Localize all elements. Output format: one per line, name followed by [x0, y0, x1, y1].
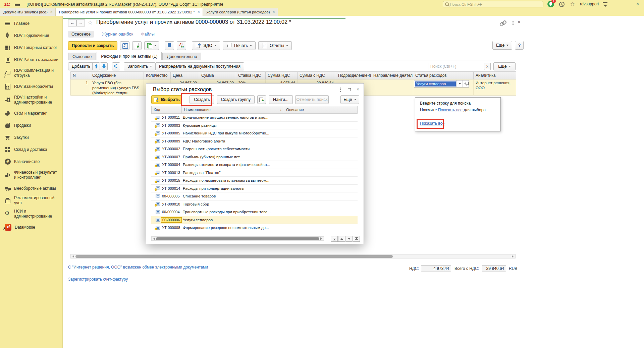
main-menu-icon[interactable] — [14, 1, 20, 7]
list-item[interactable]: 00-000004 Транспортные расходы при приоб… — [151, 208, 358, 216]
col-price[interactable]: Цена — [171, 72, 199, 79]
col-analytics[interactable]: Аналитика — [474, 72, 516, 79]
sidebar-item-fixed-assets[interactable]: Внеоборотные активы — [0, 182, 62, 194]
distribute-button[interactable]: Распределить на документы поступления — [155, 62, 244, 70]
cancel-search-button[interactable]: Отменить поиск — [295, 95, 329, 104]
history-icon[interactable] — [559, 1, 565, 7]
select-button[interactable]: Выбрать — [151, 95, 182, 104]
sidebar-item-datamobile[interactable]: DataMobile — [0, 221, 62, 233]
go-prev-row-button[interactable] — [338, 236, 345, 242]
col-department[interactable]: Подразделение-полу... — [336, 72, 371, 79]
sidebar-item-finance[interactable]: Финансовый результат и контроллинг — [0, 168, 62, 182]
list-item[interactable]: УТ-000004 Разницы стоимости возврата и ф… — [151, 161, 358, 169]
favorite-star-icon[interactable]: ☆ — [88, 19, 93, 26]
forward-button[interactable]: → — [76, 19, 85, 26]
clear-search-button[interactable]: x — [484, 63, 491, 70]
tab-close-icon[interactable]: × — [272, 10, 275, 14]
list-item[interactable]: УТ-000009 НДС Налогового агента — [151, 137, 358, 146]
sidebar-item-crm[interactable]: CRM и маркетинг — [0, 107, 62, 119]
back-button[interactable]: ← — [68, 19, 76, 26]
scrollbar-thumb[interactable] — [156, 237, 319, 240]
sidebar-item-treasury[interactable]: Казначейство — [0, 156, 62, 168]
list-item[interactable]: УТ-000003 Курсовые разницы — [151, 122, 358, 130]
global-search[interactable] — [443, 1, 543, 7]
close-form-icon[interactable]: × — [518, 19, 521, 25]
edo-button[interactable]: ЭДО — [192, 41, 220, 50]
sidebar-item-warehouse[interactable]: Склад и доставка — [0, 143, 62, 156]
navlink-error-log[interactable]: Журнал ошибок — [102, 32, 133, 37]
list-item[interactable]: УТ-000007 Прибыль (убыток) прошлых лет — [151, 153, 358, 161]
save-button[interactable] — [120, 41, 129, 50]
edo-exchange-link[interactable]: С "Интернет решения, ООО" возможен обмен… — [68, 265, 208, 270]
expense-item-combo[interactable]: Услуги селлеров — [414, 80, 469, 88]
cell-n[interactable]: 1 — [71, 79, 90, 95]
navlink-main[interactable]: Основное — [68, 31, 94, 38]
expense-item-value[interactable]: Услуги селлеров — [415, 81, 456, 86]
move-down-button[interactable] — [100, 62, 108, 70]
list-item[interactable]: 00-000005 Списание товаров — [151, 192, 358, 200]
add-row-button[interactable]: Добавить — [68, 62, 94, 70]
service-menu-icon[interactable] — [602, 1, 608, 7]
go-first-row-button[interactable] — [331, 236, 338, 242]
sidebar-item-rdv-catalog[interactable]: RDV:Товарный каталог — [0, 42, 62, 54]
sidebar-item-rdv-shipping[interactable]: RDV:Комплектация и отгрузка — [0, 66, 62, 80]
scroll-right-arrow[interactable] — [319, 237, 323, 240]
list-item-selected[interactable]: 00-000006 Услуги селлеров — [151, 216, 358, 224]
list-item[interactable]: УТ-000008 Формирование резервов по сомни… — [151, 224, 358, 232]
col-sum-with-vat[interactable]: Сумма с НДС — [298, 72, 336, 79]
current-user[interactable]: rdvsupport — [580, 2, 599, 6]
reports-button[interactable]: Отчеты — [258, 41, 292, 50]
tab-close-icon[interactable]: × — [198, 10, 200, 14]
new-group-icon-button[interactable] — [257, 95, 266, 104]
navlink-files[interactable]: Файлы — [141, 32, 155, 37]
show-all-inline-link[interactable]: Показать все — [438, 108, 463, 112]
post-and-close-button[interactable]: Провести и закрыть — [68, 41, 117, 50]
col-name[interactable]: Наименование↓ — [182, 106, 284, 113]
sidebar-item-rdv-admin[interactable]: RDV:Настройки и администрирование — [0, 93, 62, 107]
dialog-maximize-icon[interactable] — [346, 87, 352, 93]
table-more-button[interactable]: Еще — [493, 62, 516, 70]
col-vat-sum[interactable]: Сумма НДС — [266, 72, 298, 79]
find-button[interactable]: Найти... — [269, 95, 293, 104]
register-invoice-link[interactable]: Зарегистрировать счет-фактуру — [68, 277, 128, 282]
subtab-additional[interactable]: Дополнительно — [162, 53, 201, 60]
move-up-button[interactable] — [92, 62, 100, 70]
tab-close-icon[interactable]: × — [50, 10, 53, 14]
dialog-close-icon[interactable]: × — [355, 87, 361, 93]
global-search-input[interactable] — [450, 2, 537, 6]
list-item[interactable]: УТ-000013 Расходы на "Платон" — [151, 169, 358, 177]
help-button[interactable]: ? — [515, 41, 524, 50]
favorites-star-icon[interactable]: ☆ — [570, 1, 575, 7]
table-search-input[interactable] — [430, 64, 481, 69]
combo-dropdown-button[interactable] — [457, 80, 463, 87]
list-item[interactable]: УТ-000010 Торговый сбор — [151, 200, 358, 209]
dialog-more-button[interactable]: Еще — [340, 95, 359, 104]
table-search-field[interactable] — [429, 63, 483, 70]
sidebar-item-rdv-orders[interactable]: RDV:Работа с заказами — [0, 54, 62, 66]
form-more-button[interactable]: Еще — [492, 41, 512, 50]
tab-purchase-documents[interactable]: Документы закупки (все) × — [0, 8, 56, 16]
dtkt-button[interactable]: ДтКт — [177, 41, 186, 50]
close-window-button[interactable]: × — [634, 1, 641, 7]
list-item[interactable]: УТ-000005 Начисленный НДС при выкупе мно… — [151, 129, 358, 137]
col-business-line[interactable]: Направление деятел... — [371, 72, 413, 79]
sidebar-item-sales[interactable]: Продажи — [0, 119, 62, 131]
subtab-main[interactable]: Основное — [68, 53, 96, 60]
cell-expense-item[interactable]: Услуги селлеров — [413, 79, 474, 95]
scrollbar-thumb[interactable] — [75, 255, 393, 258]
col-content[interactable]: Содержание — [90, 72, 144, 79]
tab-expense-item[interactable]: Услуги селлеров (Статья расходов) × — [203, 8, 278, 16]
sidebar-item-rdv-settlements[interactable]: RDV:Взаиморасчеты — [0, 80, 62, 93]
scroll-right-arrow[interactable] — [511, 254, 515, 258]
col-expense-item[interactable]: Статья расходов — [413, 72, 474, 79]
sidebar-item-rdv-connections[interactable]: RDV:Подключения — [0, 30, 62, 42]
tab-current-document[interactable]: Приобретение услуг и прочих активов 0000… — [56, 8, 203, 16]
go-next-row-button[interactable] — [345, 236, 353, 242]
col-description[interactable]: Описание — [284, 106, 357, 113]
col-code[interactable]: Код — [152, 106, 182, 113]
col-n[interactable]: N — [71, 72, 90, 79]
post-document-button[interactable] — [132, 41, 142, 50]
list-item[interactable]: УТ-000011 Доначисление имущественных нал… — [151, 114, 358, 122]
print-button[interactable]: Печать — [223, 41, 256, 50]
document-movements-button[interactable] — [165, 41, 174, 50]
